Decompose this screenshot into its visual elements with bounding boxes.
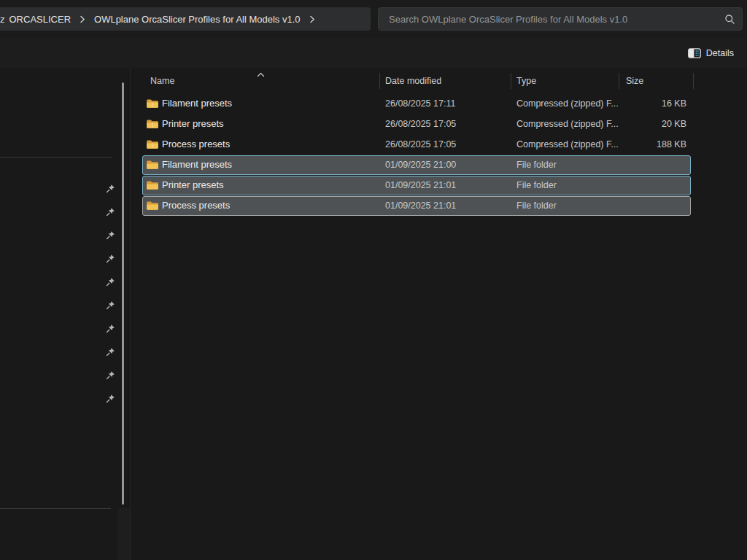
file-row[interactable]: Filament presets 01/09/2025 21:00 File f… xyxy=(131,155,747,175)
column-separator[interactable] xyxy=(379,73,380,89)
breadcrumb-current[interactable]: OWLplane OrcaSlicer Profiles for All Mod… xyxy=(94,14,301,25)
zip-folder-icon xyxy=(146,139,159,149)
details-pane-button[interactable]: Details xyxy=(685,44,737,62)
sidebar-divider xyxy=(0,157,112,158)
file-name: Filament presets xyxy=(162,93,232,114)
search-icon[interactable] xyxy=(717,14,742,25)
pinned-pin-icon[interactable] xyxy=(105,340,115,363)
column-header-row: Name Date modified Type Size xyxy=(131,71,747,90)
pinned-pin-icon[interactable] xyxy=(105,270,115,293)
column-header-size[interactable]: Size xyxy=(626,71,643,90)
file-name: Printer presets xyxy=(162,114,224,134)
file-type: File folder xyxy=(516,195,557,216)
file-date-modified: 26/08/2025 17:05 xyxy=(385,114,456,134)
file-type: File folder xyxy=(516,175,557,195)
file-size: 16 KB xyxy=(598,93,686,114)
breadcrumb-fragment: z xyxy=(0,14,5,25)
file-size: 20 KB xyxy=(598,114,686,134)
folder-icon xyxy=(146,180,159,190)
file-row[interactable]: Process presets 01/09/2025 21:01 File fo… xyxy=(131,195,747,216)
file-name: Printer presets xyxy=(162,175,224,195)
sidebar-scrollbar[interactable] xyxy=(122,82,124,505)
file-date-modified: 01/09/2025 21:01 xyxy=(385,195,456,216)
pinned-pin-icon[interactable] xyxy=(105,246,115,270)
file-list: Filament presets 26/08/2025 17:11 Compre… xyxy=(131,93,747,216)
pinned-pin-icon[interactable] xyxy=(105,316,115,340)
file-name: Process presets xyxy=(162,134,230,155)
file-date-modified: 01/09/2025 21:00 xyxy=(385,155,456,175)
file-date-modified: 26/08/2025 17:11 xyxy=(385,93,455,114)
pinned-pin-icon[interactable] xyxy=(105,176,115,200)
command-bar: Details xyxy=(0,38,747,69)
file-type: File folder xyxy=(516,155,557,175)
column-header-type[interactable]: Type xyxy=(516,71,536,90)
zip-folder-icon xyxy=(146,119,159,129)
pinned-items-column xyxy=(105,176,115,410)
file-date-modified: 26/08/2025 17:05 xyxy=(385,134,456,155)
file-row[interactable]: Printer presets 26/08/2025 17:05 Compres… xyxy=(131,114,747,134)
chevron-right-icon xyxy=(309,15,315,23)
column-header-date-modified[interactable]: Date modified xyxy=(385,71,441,90)
sort-ascending-icon xyxy=(257,69,265,79)
pane-separator[interactable] xyxy=(130,69,131,560)
column-header-name[interactable]: Name xyxy=(150,71,174,90)
breadcrumb-root[interactable]: ORCASLICER xyxy=(9,14,71,25)
folder-icon xyxy=(146,201,159,211)
pinned-pin-icon[interactable] xyxy=(105,363,115,386)
column-separator[interactable] xyxy=(619,73,619,89)
file-name: Process presets xyxy=(162,195,230,216)
details-pane-label: Details xyxy=(706,48,734,58)
address-bar[interactable]: z ORCASLICER OWLplane OrcaSlicer Profile… xyxy=(0,7,371,31)
zip-folder-icon xyxy=(146,98,159,109)
file-row[interactable]: Printer presets 01/09/2025 21:01 File fo… xyxy=(131,175,747,195)
sidebar-bottom-band xyxy=(117,508,130,560)
file-name: Filament presets xyxy=(162,155,232,175)
pinned-pin-icon[interactable] xyxy=(105,200,115,223)
column-separator[interactable] xyxy=(511,73,511,89)
file-row[interactable]: Filament presets 26/08/2025 17:11 Compre… xyxy=(131,93,747,114)
search-box[interactable] xyxy=(378,7,743,31)
chevron-right-icon xyxy=(80,15,85,23)
navigation-pane xyxy=(0,69,131,560)
pinned-pin-icon[interactable] xyxy=(105,386,115,410)
sidebar-divider xyxy=(0,508,111,509)
file-size: 188 KB xyxy=(598,134,686,155)
search-input[interactable] xyxy=(379,14,717,25)
file-date-modified: 01/09/2025 21:01 xyxy=(385,175,456,195)
details-pane-icon xyxy=(688,48,701,58)
pinned-pin-icon[interactable] xyxy=(105,223,115,246)
column-separator[interactable] xyxy=(693,73,694,89)
title-bar: z ORCASLICER OWLplane OrcaSlicer Profile… xyxy=(0,0,747,38)
file-row[interactable]: Process presets 26/08/2025 17:05 Compres… xyxy=(131,134,747,155)
pinned-pin-icon[interactable] xyxy=(105,293,115,316)
folder-icon xyxy=(146,160,159,170)
